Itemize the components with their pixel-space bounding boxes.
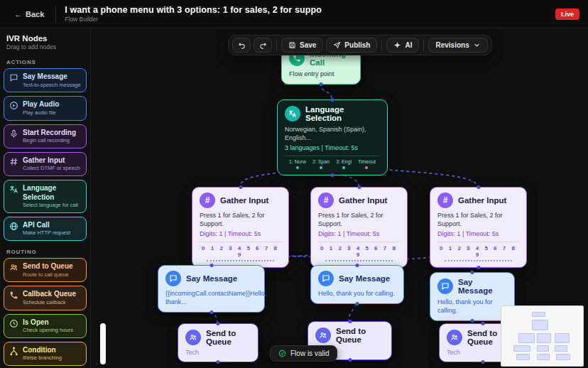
users-icon	[315, 328, 331, 343]
node-say-message-2[interactable]: Say Message Hello, thank you for calling…	[310, 265, 404, 304]
port-3[interactable]: 3: Engl	[336, 159, 352, 169]
item-label: Play Audio	[23, 100, 59, 109]
check-circle-icon	[278, 350, 286, 357]
item-label: Send to Queue	[23, 262, 73, 271]
language-ports: 1: Norw 2: Span 3: Engl Timeout	[285, 159, 380, 169]
item-label: Condition	[23, 346, 62, 355]
canvas-scrollbar-thumb[interactable]	[100, 323, 106, 364]
minimap-node	[532, 312, 546, 317]
item-label: Callback Queue	[23, 290, 76, 299]
hash-icon: #	[437, 193, 453, 208]
node-title: Language Selection	[305, 105, 380, 122]
item-desc: Schedule callback	[23, 299, 76, 306]
node-body: Press 1 for Sales, 2 for Support.	[200, 211, 281, 228]
node-language-selection[interactable]: Language Selection Norwegian, Spanish (S…	[277, 99, 388, 175]
digit-port-dots	[445, 260, 511, 261]
node-gather-input-2[interactable]: # Gather Input Press 1 for Sales, 2 for …	[310, 187, 408, 268]
header: ← Back I want a phone menu with 3 option…	[0, 0, 588, 28]
port-timeout[interactable]: Timeout	[358, 159, 376, 169]
microphone-icon	[9, 129, 18, 139]
sidebar-item-send-to-queue[interactable]: Send to Queue Route to call queue	[4, 258, 87, 282]
sidebar-item-gather-input[interactable]: Gather Input Collect DTMF or speech	[4, 152, 87, 176]
flow-canvas[interactable]: Save Publish AI Revisions	[91, 28, 588, 368]
toolbar-divider	[423, 40, 424, 51]
node-say-message-1[interactable]: Say Message {{incomingCall.contactName}}…	[158, 265, 265, 313]
chat-icon	[9, 73, 18, 82]
node-meta: Digits: 1 | Timeout: 5s	[437, 230, 519, 237]
hash-icon	[9, 157, 18, 166]
node-body: Press 1 for Sales, 2 for Support.	[437, 211, 519, 228]
validation-toast: Flow is valid	[270, 345, 337, 362]
node-body: {{incomingCall.contactName}}Hello, thank…	[165, 289, 257, 306]
item-label: API Call	[23, 221, 70, 230]
node-gather-input-3[interactable]: # Gather Input Press 1 for Sales, 2 for …	[430, 187, 527, 268]
node-body: Hello, thank you for calling.	[318, 289, 396, 298]
back-button[interactable]: ← Back	[9, 6, 50, 22]
node-gather-input-1[interactable]: # Gather Input Press 1 for Sales, 2 for …	[192, 187, 289, 268]
digit-ports[interactable]: 0 1 2 3 4 5 6 7 8 9	[200, 245, 281, 258]
revisions-button[interactable]: Revisions	[428, 38, 487, 53]
sidebar-title: IVR Nodes	[4, 34, 87, 43]
redo-button[interactable]	[254, 38, 272, 53]
node-meta: Digits: 1 | Timeout: 5s	[200, 230, 281, 237]
node-title: Send to Queue	[206, 329, 251, 346]
node-title: Gather Input	[339, 196, 387, 205]
chat-icon	[165, 271, 181, 286]
flow-builder-app: ← Back I want a phone menu with 3 option…	[0, 0, 588, 368]
hash-icon: #	[200, 193, 215, 208]
node-title: Say Message	[458, 278, 507, 295]
minimap-node	[555, 333, 570, 343]
hash-icon: #	[318, 193, 334, 208]
item-desc: Begin call recording	[23, 137, 76, 144]
chevron-down-icon	[473, 41, 481, 49]
node-title: Send to Queue	[336, 327, 384, 344]
node-body: Hello, thank you for calling.	[437, 298, 507, 315]
sidebar-item-play-audio[interactable]: Play Audio Play audio file	[4, 96, 87, 120]
minimap-node	[556, 354, 570, 359]
header-titles: I want a phone menu with 3 options: 1 fo…	[65, 5, 322, 23]
toast-label: Flow is valid	[290, 350, 329, 357]
item-label: Gather Input	[23, 156, 80, 166]
node-send-to-queue-1[interactable]: Send to Queue Tech	[178, 323, 258, 362]
undo-icon	[238, 41, 246, 49]
users-icon	[185, 330, 201, 345]
sidebar-item-is-open[interactable]: Is Open Check opening hours	[4, 314, 87, 338]
port-1[interactable]: 1: Norw	[289, 159, 306, 169]
minimap-node	[537, 354, 550, 359]
node-subtitle: Flow entry point	[289, 70, 353, 78]
minimap[interactable]	[501, 305, 584, 367]
digit-ports[interactable]: 0 1 2 3 4 5 6 7 8 9	[437, 245, 519, 258]
sidebar-item-start-recording[interactable]: Start Recording Begin call recording	[4, 124, 87, 148]
node-meta: Digits: 1 | Timeout: 5s	[318, 230, 400, 237]
sidebar-item-language-selection[interactable]: Language Selection Select language for c…	[4, 180, 87, 213]
digit-ports[interactable]: 0 1 2 3 4 5 6 7 8 9	[318, 245, 400, 258]
item-desc: Route to call queue	[23, 271, 73, 278]
port-2[interactable]: 2: Span	[312, 159, 330, 169]
node-title: Gather Input	[220, 196, 268, 205]
chat-icon	[318, 271, 334, 286]
sidebar-subtitle: Drag to add nodes	[4, 43, 87, 55]
item-label: Start Recording	[23, 129, 76, 138]
publish-button[interactable]: Publish	[326, 38, 377, 53]
sidebar-item-callback-queue[interactable]: Callback Queue Schedule callback	[4, 286, 87, 310]
sidebar-item-say-message[interactable]: Say Message Text-to-speech message	[4, 68, 87, 92]
save-label: Save	[300, 41, 316, 49]
sidebar-item-condition[interactable]: Condition If/else branching	[4, 342, 87, 366]
sidebar-item-api-call[interactable]: API Call Make HTTP request	[4, 217, 87, 241]
users-icon	[447, 330, 462, 345]
node-title: Say Message	[186, 274, 237, 283]
item-desc: Select language for call	[23, 202, 81, 209]
globe-icon	[9, 222, 18, 231]
minimap-node	[516, 354, 529, 359]
ai-button[interactable]: AI	[386, 38, 419, 53]
back-label: Back	[26, 10, 44, 18]
section-label-actions: ACTIONS	[4, 55, 87, 68]
canvas-toolbar: Save Publish AI Revisions	[228, 35, 492, 55]
undo-button[interactable]	[232, 38, 251, 53]
revisions-label: Revisions	[435, 41, 469, 49]
item-label: Say Message	[23, 72, 81, 82]
chat-icon	[437, 278, 453, 294]
item-desc: Text-to-speech message	[23, 82, 81, 89]
phone-icon	[9, 291, 18, 300]
save-button[interactable]: Save	[281, 38, 323, 53]
